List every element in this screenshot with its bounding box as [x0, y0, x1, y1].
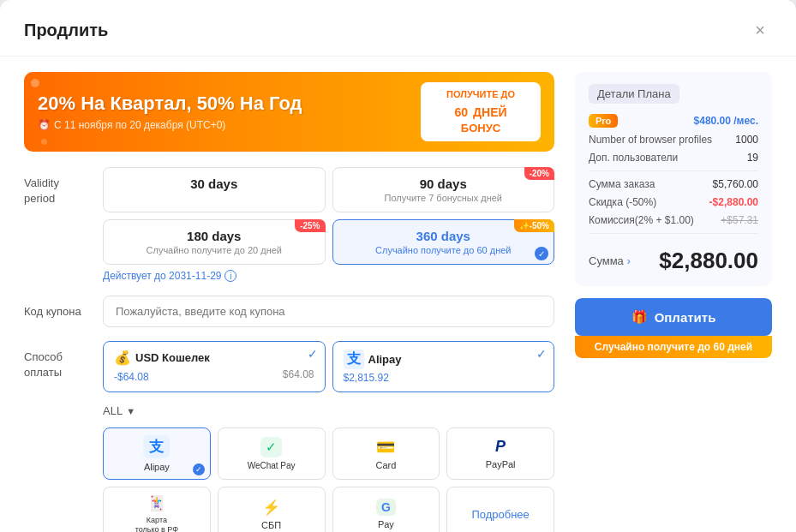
paypal-label: PayPal — [486, 459, 516, 469]
promo-bonus-days: 60 ДНЕЙ — [433, 99, 529, 122]
promo-left: 20% На Квартал, 50% На Год ⏰С 11 ноября … — [38, 93, 302, 130]
pay-method-card[interactable]: 💳 Card — [332, 427, 440, 480]
validity-180-days: 180 days — [114, 229, 314, 243]
validity-90-sub: Получите 7 бонусных дней — [344, 193, 544, 203]
payment-selected-row: ✓ 💰 USD Кошелек -$64.08 $64.08 ✓ — [103, 341, 554, 392]
pay-method-alipay[interactable]: 支 Alipay ✓ — [103, 427, 211, 480]
alipay-name: 支 Alipay — [344, 350, 544, 369]
card-label: Card — [375, 460, 396, 470]
validity-30[interactable]: 30 days — [103, 167, 326, 212]
pay-button-label: Оплатить — [655, 310, 716, 325]
validity-label: Validity period — [24, 167, 93, 206]
coupon-label: Код купона — [24, 296, 93, 320]
karta-label: Картатолько в РФ — [135, 516, 178, 532]
validity-content: 30 days -20% 90 days Получите 7 бонусных… — [103, 167, 554, 282]
sbp-label: СБП — [261, 520, 281, 530]
plan-order-row: Сумма заказа $5,760.00 — [589, 178, 758, 190]
modal-header: Продлить × — [0, 0, 796, 57]
payment-label: Способ оплаты — [24, 341, 93, 380]
validity-30-days: 30 days — [114, 176, 314, 191]
wallet-check-icon: ✓ — [308, 347, 318, 361]
close-button[interactable]: × — [748, 17, 772, 44]
total-amount: $2,880.00 — [659, 248, 758, 274]
wallet-option[interactable]: ✓ 💰 USD Кошелек -$64.08 $64.08 — [103, 341, 326, 392]
info-icon[interactable]: i — [224, 270, 236, 282]
pay-method-wechat[interactable]: ✓ WeChat Pay — [218, 427, 326, 480]
promo-get-text: ПОЛУЧИТЕ ДО — [433, 89, 529, 99]
sbp-icon: ⚡ — [262, 499, 280, 517]
profiles-label: Number of browser profiles — [589, 134, 712, 146]
plan-discount-row: Скидка (-50%) -$2,880.00 — [589, 196, 758, 208]
validity-360-sub: Случайно получите до 60 дней — [344, 245, 544, 255]
commission-value: +$57.31 — [721, 214, 758, 226]
wechat-icon: ✓ — [260, 437, 282, 457]
gpay-label: Pay — [378, 519, 394, 529]
alipay-check-icon: ✓ — [536, 347, 547, 361]
promo-dot-1 — [31, 79, 39, 87]
promo-banner: 20% На Квартал, 50% На Год ⏰С 11 ноября … — [24, 72, 554, 152]
left-panel: 20% На Квартал, 50% На Год ⏰С 11 ноября … — [24, 72, 554, 532]
modal: Продлить × 20% На Квартал, 50% На Год ⏰С… — [0, 0, 796, 532]
alipay-amount: $2,815.92 — [344, 372, 544, 384]
paypal-icon: P — [495, 438, 506, 456]
promo-bonus-label: БОНУС — [433, 122, 529, 134]
plan-pro-row: Pro $480.00 /мес. — [589, 114, 758, 128]
validity-90-badge: -20% — [524, 167, 554, 180]
total-label: Сумма › — [589, 254, 631, 267]
payment-content: ✓ 💰 USD Кошелек -$64.08 $64.08 ✓ — [103, 341, 554, 532]
coupon-content — [103, 296, 554, 327]
coupon-input[interactable] — [103, 296, 554, 327]
pay-method-gpay[interactable]: G Pay — [332, 487, 440, 532]
payment-icons-grid: 支 Alipay ✓ ✓ WeChat Pay 💳 Card — [103, 427, 554, 532]
alipay-label: Alipay — [144, 462, 170, 472]
pay-button[interactable]: 🎁 Оплатить — [575, 298, 772, 336]
pay-method-karta[interactable]: 🃏 Картатолько в РФ — [103, 487, 211, 532]
commission-label: Комиссия(2% + $1.00) — [589, 214, 694, 226]
promo-sub-text: ⏰С 11 ноября по 20 декабря (UTC+0) — [38, 119, 302, 131]
alipay-option[interactable]: ✓ 支 Alipay $2,815.92 — [332, 341, 555, 392]
validity-180-badge: -25% — [295, 219, 325, 232]
divider-1 — [589, 170, 758, 171]
plan-details-title: Детали Плана — [589, 84, 679, 104]
alipay-selected-icon: ✓ — [193, 463, 205, 475]
gpay-icon: G — [376, 499, 396, 516]
promo-dot-2 — [41, 139, 47, 145]
profiles-value: 1000 — [735, 134, 758, 146]
coupon-row: Код купона — [24, 296, 554, 327]
all-dropdown[interactable]: ALL ▼ — [103, 401, 554, 421]
plan-details-box: Детали Плана Pro $480.00 /мес. Number of… — [575, 72, 772, 286]
pay-method-sbp[interactable]: ⚡ СБП — [218, 487, 326, 532]
pro-badge: Pro — [589, 114, 618, 128]
validity-360-badge: ✨-50% — [514, 219, 554, 232]
modal-body: 20% На Квартал, 50% На Год ⏰С 11 ноября … — [0, 57, 796, 532]
pay-method-paypal[interactable]: P PayPal — [446, 427, 554, 480]
validity-180-sub: Случайно получите до 20 дней — [114, 245, 314, 255]
plan-profiles-row: Number of browser profiles 1000 — [589, 134, 758, 146]
valid-until: Действует до 2031-11-29 i — [103, 270, 554, 282]
promo-right: ПОЛУЧИТЕ ДО 60 ДНЕЙ БОНУС — [421, 82, 541, 141]
order-label: Сумма заказа — [589, 178, 655, 190]
alipay-icon: 支 — [143, 435, 170, 458]
modal-title: Продлить — [24, 21, 108, 40]
users-label: Доп. пользователи — [589, 152, 678, 164]
validity-360[interactable]: ✨-50% 360 days Случайно получите до 60 д… — [332, 219, 555, 265]
chevron-down-icon: ▼ — [126, 406, 135, 416]
payment-row: Способ оплаты ✓ 💰 USD Кошелек — [24, 341, 554, 532]
validity-row: Validity period 30 days -20% 90 days Пол… — [24, 167, 554, 282]
plan-commission-row: Комиссия(2% + $1.00) +$57.31 — [589, 214, 758, 226]
wallet-balance: $64.08 — [283, 368, 314, 383]
promo-main-text: 20% На Квартал, 50% На Год — [38, 93, 302, 115]
more-label: Подробнее — [471, 508, 529, 521]
users-value: 19 — [747, 152, 758, 164]
validity-90[interactable]: -20% 90 days Получите 7 бонусных дней — [332, 167, 555, 212]
wallet-name: 💰 USD Кошелек — [114, 350, 314, 366]
validity-grid: 30 days -20% 90 days Получите 7 бонусных… — [103, 167, 554, 265]
divider-2 — [589, 233, 758, 234]
validity-180[interactable]: -25% 180 days Случайно получите до 20 дн… — [103, 219, 326, 265]
card-icon: 💳 — [376, 438, 395, 457]
plan-price-per-month: $480.00 /мес. — [694, 115, 758, 127]
wallet-discount: -$64.08 — [114, 371, 149, 383]
pay-bonus-bar: Случайно получите до 60 дней — [575, 336, 772, 358]
pay-method-more[interactable]: Подробнее — [446, 487, 554, 532]
karta-icon: 🃏 — [147, 494, 165, 512]
